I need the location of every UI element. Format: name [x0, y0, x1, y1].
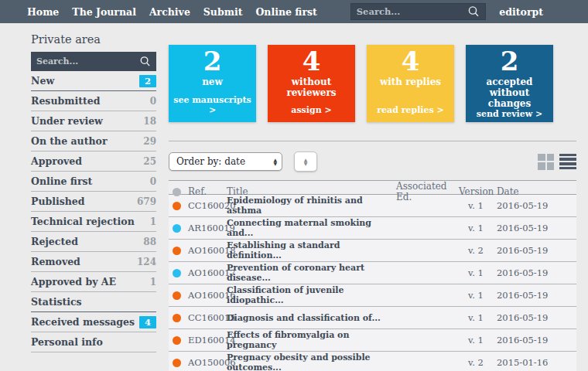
global-search-placeholder: Search... [357, 6, 467, 17]
sidebar-item[interactable]: Technical rejection 1 [31, 212, 156, 232]
table-row[interactable]: AO160018 Establishing a standard definit… [169, 240, 576, 262]
summary-card[interactable]: 2 accepted without changes send review > [466, 45, 553, 122]
card-label: without reviewers [271, 77, 352, 98]
table-row[interactable]: AO160017 Prevention of coronary heart di… [169, 262, 576, 284]
card-count: 4 [303, 46, 321, 76]
sidebar-item-count: 1 [150, 216, 156, 227]
row-date: 2016-05-19 [497, 200, 576, 211]
row-ref: AO160017 [188, 267, 227, 278]
sidebar-item[interactable]: Statistics [31, 292, 156, 312]
row-version: v. 1 [459, 290, 497, 301]
order-by-select[interactable]: Order by: date ▲▼ [169, 152, 282, 171]
sidebar-item[interactable]: New 2 [31, 71, 156, 91]
manuscripts-table: Ref. Title Associated Ed. Version Date C… [169, 180, 576, 371]
sidebar-item-label: Removed [31, 256, 80, 267]
row-version: v. 2 [459, 245, 497, 256]
col-associated: Associated Ed. [396, 181, 459, 203]
sidebar-item-label: New [31, 75, 54, 87]
table-row[interactable]: AO160016 Classification of juvenile idio… [169, 284, 576, 307]
list-view-icon[interactable] [559, 154, 576, 170]
summary-card[interactable]: 2 new see manuscripts > [169, 45, 256, 122]
sidebar-item[interactable]: Removed 124 [31, 252, 156, 272]
status-dot [173, 224, 181, 233]
col-date: Date [497, 186, 576, 197]
table-row[interactable]: CC160015 Diagnosis and classification of… [169, 307, 576, 329]
sidebar-item-label: Approved by AE [31, 276, 116, 288]
nav-item[interactable]: Online first [255, 6, 316, 18]
sidebar-item-label: Received messages [31, 316, 135, 328]
row-ref: AO150006 [188, 357, 227, 368]
table-row[interactable]: AO150006 Pregnacy obesity and possible o… [169, 352, 576, 371]
row-title[interactable]: Diagnosis and classification of... [227, 313, 396, 323]
card-count: 4 [402, 46, 420, 76]
col-version: Version [459, 186, 497, 197]
sidebar-item[interactable]: Approved 25 [31, 151, 156, 172]
status-dot [173, 202, 181, 210]
row-version: v. 1 [459, 267, 497, 278]
row-title[interactable]: Prevention of coronary heart disease... [227, 263, 396, 283]
sidebar-item[interactable]: Rejected 88 [31, 232, 156, 252]
table-row[interactable]: ED160014 Effects of fibromyalgia on preg… [169, 329, 576, 352]
sidebar-item-label: Personal info [31, 336, 103, 348]
row-title[interactable]: Effects of fibromyalgia on pregnancy [227, 330, 396, 350]
sidebar-item[interactable]: Under review 18 [31, 111, 156, 131]
row-ref: AR160019 [188, 223, 227, 233]
status-dot [173, 291, 181, 300]
row-version: v. 1 [459, 335, 497, 345]
nav-item[interactable]: The Journal [72, 6, 136, 18]
grid-view-icon[interactable] [538, 154, 554, 170]
summary-card[interactable]: 4 with replies read replies > [367, 45, 454, 122]
card-action-link[interactable]: read replies > [377, 105, 444, 115]
card-action-link[interactable]: assign > [291, 105, 331, 115]
row-ref: ED160014 [188, 335, 227, 345]
nav-item[interactable]: Archive [149, 6, 190, 18]
table-row[interactable]: CC160020 Epidemiology of rhinitis and as… [169, 195, 576, 217]
secondary-select[interactable]: ▲▼ [294, 151, 317, 172]
content: Private area Search... New 2 Resubmit [0, 23, 588, 371]
sidebar-item-count: 4 [139, 316, 156, 328]
status-dot [173, 336, 181, 345]
sidebar-item-label: Under review [31, 115, 103, 127]
sidebar-item-count: 29 [143, 136, 156, 147]
sidebar-item[interactable]: Published 679 [31, 192, 156, 212]
sidebar-item[interactable]: Personal info [31, 332, 156, 352]
card-label: accepted without changes [469, 77, 550, 109]
row-title[interactable]: Classification of juvenile idiopathic... [227, 285, 396, 305]
card-count: 2 [501, 46, 519, 76]
row-version: v. 1 [459, 200, 497, 211]
row-title[interactable]: Establishing a standard definition... [227, 240, 396, 260]
sidebar-item-count: 0 [150, 96, 156, 107]
row-version: v. 1 [459, 223, 497, 233]
sidebar-item[interactable]: Resubmitted 0 [31, 91, 156, 111]
row-title[interactable]: Connecting maternal smoking and... [227, 218, 396, 238]
sidebar-item-count: 1 [150, 277, 156, 288]
sidebar-item[interactable]: On the author 29 [31, 131, 156, 151]
sidebar-search-input[interactable]: Search... [31, 52, 156, 71]
sidebar-item[interactable]: Approved by AE 1 [31, 272, 156, 292]
chevron-updown-icon: ▲▼ [304, 158, 308, 165]
list-toolbar: Order by: date ▲▼ ▲▼ [169, 151, 576, 172]
card-action-link[interactable]: send review > [477, 109, 543, 119]
summary-card[interactable]: 4 without reviewers assign > [268, 45, 355, 122]
sidebar: Private area Search... New 2 Resubmit [0, 23, 156, 371]
sidebar-item-count: 0 [150, 176, 156, 187]
status-dot [173, 247, 181, 255]
main-panel: 2 new see manuscripts > 4 without review… [169, 23, 576, 371]
username-label[interactable]: editorpt [499, 6, 543, 18]
sidebar-item[interactable]: Received messages 4 [31, 312, 156, 332]
sidebar-item[interactable]: Online first 0 [31, 172, 156, 192]
card-label: with replies [380, 77, 441, 87]
card-action-link[interactable]: see manuscripts > [172, 95, 253, 115]
sidebar-item-label: Approved [31, 155, 82, 167]
sidebar-item-label: Resubmitted [31, 95, 100, 107]
row-ref: AO160016 [188, 290, 227, 301]
status-dot [173, 269, 181, 277]
sidebar-item-count: 679 [137, 196, 156, 207]
nav-item[interactable]: Submit [203, 6, 243, 18]
nav-item[interactable]: Home [27, 6, 59, 18]
row-title[interactable]: Epidemiology of rhinitis and asthma [227, 196, 396, 216]
row-ref: CC160020 [188, 200, 227, 211]
table-row[interactable]: AR160019 Connecting maternal smoking and… [169, 217, 576, 240]
global-search-input[interactable]: Search... [350, 3, 486, 20]
row-title[interactable]: Pregnacy obesity and possible outcomes..… [227, 352, 396, 371]
